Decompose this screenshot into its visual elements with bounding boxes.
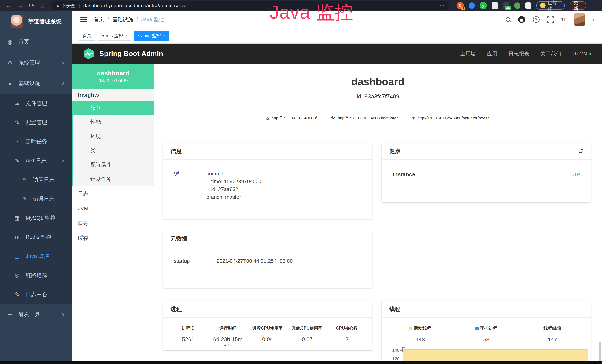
- sidebar-item-system[interactable]: ⚙ 系统管理 ∨: [0, 52, 72, 73]
- page-url[interactable]: dashboard.yudao.iocoder.cn/infra/admin-s…: [83, 3, 188, 9]
- layers-icon: ≋: [13, 234, 21, 240]
- sba-nav-journal[interactable]: 日志报表: [509, 50, 529, 57]
- breadcrumb-separator: /: [108, 17, 109, 22]
- sba-language-select[interactable]: zh-CN ▾: [572, 51, 592, 57]
- update-button[interactable]: 更新: [570, 1, 586, 10]
- fullscreen-icon[interactable]: [547, 16, 554, 23]
- browser-reload-icon[interactable]: ⟳: [26, 2, 37, 9]
- sba-navbar: Spring Boot Admin 应用墙 应用 日志报表 关于我们 zh-CN…: [72, 43, 602, 64]
- help-icon[interactable]: ?: [533, 16, 539, 23]
- sidebar-item-label: 访问日志: [33, 176, 54, 183]
- browser-home-icon[interactable]: ⌂: [37, 2, 49, 9]
- y-axis: [402, 347, 403, 352]
- chevron-up-icon: ∧: [62, 158, 65, 163]
- sidebar-item-java-monitor[interactable]: ▢ Java 监控: [0, 247, 72, 266]
- sba-menu-jvm[interactable]: JVM: [72, 201, 154, 216]
- browser-back-icon[interactable]: ←: [3, 2, 15, 9]
- sidebar-item-infra[interactable]: ▣ 基础设施 ∧: [0, 73, 72, 94]
- user-avatar[interactable]: [574, 13, 585, 26]
- service-url-link[interactable]: ⌂ http://192.168.0.2:48080/: [259, 112, 324, 124]
- sba-menu-metrics[interactable]: 性能: [74, 115, 154, 129]
- history-icon[interactable]: ↺: [578, 147, 583, 155]
- not-secure-label[interactable]: 不安全: [62, 3, 75, 9]
- sidebar-item-api-log[interactable]: ✎ API 日志 ∧: [0, 151, 72, 170]
- scrollbar-thumb[interactable]: [599, 342, 601, 362]
- heart-icon: ♥: [412, 116, 415, 121]
- extension-puzzle-icon[interactable]: [525, 2, 531, 9]
- breadcrumb-home[interactable]: 首页: [94, 16, 104, 23]
- sba-menu-details[interactable]: 细节: [74, 100, 154, 115]
- health-url-link[interactable]: ♥ http://192.168.0.2:48080/actuator/heal…: [405, 112, 497, 124]
- language-value: zh-CN: [572, 51, 587, 57]
- sba-menu-logs[interactable]: 日志: [72, 186, 154, 201]
- sba-nav-applications[interactable]: 应用: [487, 50, 497, 57]
- font-size-icon[interactable]: tT: [561, 16, 567, 23]
- close-icon[interactable]: ×: [125, 33, 128, 38]
- sba-menu-mappings[interactable]: 映射: [72, 216, 154, 231]
- close-icon[interactable]: ×: [163, 33, 165, 38]
- cloud-icon: ☁: [13, 100, 21, 107]
- sidebar-item-label: API 日志: [26, 157, 46, 164]
- tab-java-monitor[interactable]: ● Java 监控 ×: [134, 31, 169, 41]
- sba-menu-scheduled-tasks[interactable]: 计划任务: [74, 172, 154, 186]
- sidebar-item-log-center[interactable]: ✎ 日志中心: [0, 285, 72, 304]
- legend-label: 守护进程: [480, 325, 497, 331]
- extension-c-icon[interactable]: C 1: [457, 2, 464, 9]
- page-subtitle: Id: 93a3fc7f7409: [154, 93, 602, 100]
- sidebar-item-error-log[interactable]: ✎ 错误日志: [0, 189, 72, 208]
- legend-value: 147: [519, 336, 585, 343]
- health-card-body: Instance UP: [382, 160, 591, 196]
- sidebar-item-tracing[interactable]: ◎ 链路追踪: [0, 266, 72, 285]
- sba-menu-caches[interactable]: 缓存: [72, 231, 154, 246]
- sba-brand-title[interactable]: Spring Boot Admin: [99, 50, 163, 58]
- sidebar-item-mysql-monitor[interactable]: ▦ MySQL 监控: [0, 208, 72, 227]
- paused-extension-pill[interactable]: 已暂停: [536, 1, 565, 10]
- sba-nav-wallboard[interactable]: 应用墙: [460, 50, 476, 57]
- breadcrumb-current: Java 监控: [141, 16, 164, 23]
- sidebar-item-access-log[interactable]: ✎ 访问日志: [0, 170, 72, 189]
- sidebar-item-scheduled-jobs[interactable]: ◔ 定时任务: [0, 132, 72, 151]
- sidebar-item-dev-tools[interactable]: ▤ 研发工具 ∨: [0, 304, 72, 325]
- col-value: 5261: [168, 336, 208, 343]
- sba-menu-classes[interactable]: 类: [74, 143, 154, 158]
- address-bar[interactable]: ▲ 不安全 | dashboard.yudao.iocoder.cn/infra…: [51, 1, 449, 10]
- sba-nav-about[interactable]: 关于我们: [540, 50, 561, 57]
- sba-menu-config-props[interactable]: 配置属性: [74, 158, 154, 172]
- sidebar-item-file-manage[interactable]: ☁ 文件管理: [0, 94, 72, 113]
- log-icon: ✎: [13, 157, 21, 164]
- toolbox-icon: ▤: [6, 311, 14, 318]
- user-caret-icon[interactable]: ▾: [592, 17, 595, 22]
- extension-switch-icon[interactable]: on: [503, 2, 509, 9]
- extension-leaf-icon[interactable]: [514, 2, 520, 9]
- extension-grid-icon[interactable]: [492, 2, 498, 9]
- col-header: 进程ID: [168, 325, 208, 331]
- breadcrumb-separator: /: [137, 17, 138, 22]
- sba-menu-environment[interactable]: 环境: [74, 129, 154, 143]
- extension-pin-icon[interactable]: [469, 2, 475, 9]
- y-tick-label: 120: [382, 356, 399, 361]
- chevron-up-icon: ∧: [62, 81, 65, 86]
- sidebar-item-home[interactable]: ◍ 首页: [0, 32, 72, 52]
- bookmark-star-icon[interactable]: ☆: [439, 2, 444, 9]
- metadata-card-title: 元数据: [163, 230, 372, 247]
- sidebar-item-redis-monitor[interactable]: ≋ Redis 监控: [0, 227, 72, 247]
- breadcrumb-infra[interactable]: 基础设施: [112, 16, 133, 23]
- database-icon: ▦: [13, 215, 21, 221]
- tab-label: Redis 监控: [101, 33, 123, 39]
- collapse-menu-icon[interactable]: [80, 17, 87, 22]
- actuator-url-link[interactable]: ⚒ http://192.168.0.2:48080/actuator: [324, 112, 405, 124]
- tab-home[interactable]: 首页: [79, 31, 95, 41]
- extension-y-icon[interactable]: y: [480, 2, 487, 9]
- brand-row[interactable]: 芋道管理系统: [0, 11, 72, 32]
- search-icon[interactable]: [506, 17, 510, 22]
- instance-header[interactable]: dashboard 93a3fc7f7409: [72, 64, 154, 89]
- browser-forward-icon[interactable]: →: [15, 2, 26, 9]
- info-card: 信息 git commit: time: 1596289704000 id: 2…: [163, 143, 372, 219]
- sba-sidebar: dashboard 93a3fc7f7409 Insights 细节 性能 环境…: [72, 64, 154, 361]
- browser-menu-icon[interactable]: ⋮: [593, 2, 599, 9]
- sidebar-item-config-manage[interactable]: ✎ 配置管理: [0, 113, 72, 132]
- tab-redis-monitor[interactable]: Redis 监控 ×: [97, 31, 131, 41]
- git-commit-line: commit:: [206, 170, 361, 178]
- gear-icon: ⚙: [6, 60, 14, 66]
- github-icon[interactable]: [518, 16, 525, 23]
